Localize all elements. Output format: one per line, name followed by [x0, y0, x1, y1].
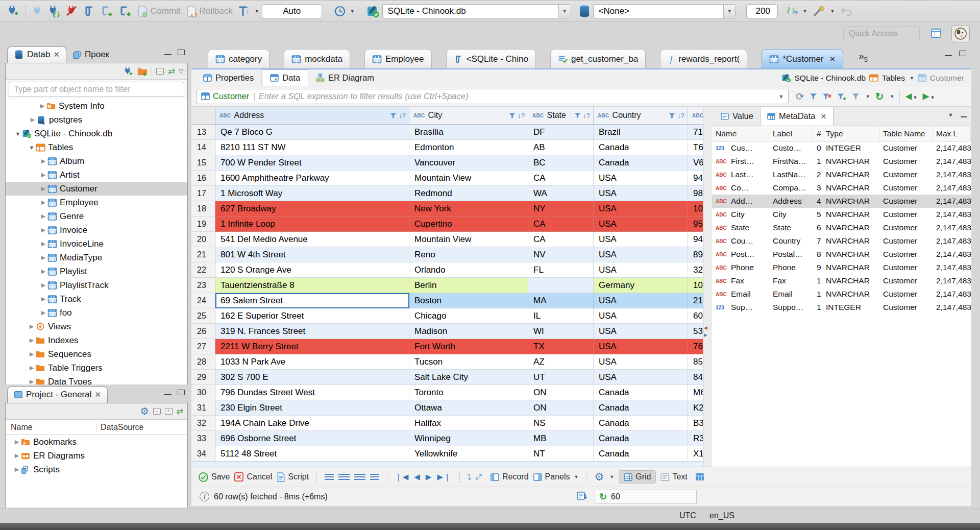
metadata-cell-label[interactable]: Suppo…	[769, 301, 813, 314]
dropdown-caret[interactable]: ▼	[890, 94, 894, 99]
expand-arrow-icon[interactable]: ▶	[13, 439, 21, 445]
row-number[interactable]: 14	[191, 140, 215, 155]
metadata-cell-num[interactable]: 1	[813, 301, 822, 314]
expand-arrow-icon[interactable]: ▶	[39, 240, 47, 247]
tab-databases[interactable]: Datab ✕	[7, 46, 66, 63]
grid-cell-country[interactable]: Canada	[594, 385, 688, 400]
tree-item-track[interactable]: ▶Track	[6, 292, 187, 306]
tree-item-postgres[interactable]: ▶postgres	[6, 113, 187, 127]
metadata-cell-label[interactable]: FirstNa…	[769, 155, 813, 168]
metadata-cell-label[interactable]: Phone	[769, 261, 813, 274]
tab-value[interactable]: Value	[714, 107, 760, 126]
grid-cell-state[interactable]: WA	[528, 186, 594, 201]
metadata-cell-type[interactable]: NVARCHAR	[822, 261, 879, 274]
grid-cell-city[interactable]: Fort Worth	[409, 339, 528, 354]
row-number[interactable]: 33	[191, 431, 215, 446]
grid-cell-state[interactable]: UT	[528, 370, 594, 385]
metadata-cell-table[interactable]: Customer	[879, 248, 933, 261]
metadata-cell-type[interactable]: INTEGER	[822, 301, 879, 314]
panel-menu-icon[interactable]: ▼	[948, 112, 953, 118]
connection-dropdown-icon[interactable]: ▼	[558, 5, 571, 18]
metadata-cell-name[interactable]: ABCFax	[712, 274, 769, 287]
row-number[interactable]: 29	[191, 370, 215, 385]
grid-cell-postal[interactable]: 60	[688, 308, 703, 324]
grid-cell-postal[interactable]: 76	[688, 339, 703, 354]
grid-cell-state[interactable]: AZ	[528, 354, 594, 370]
row-number[interactable]: 30	[191, 385, 215, 400]
grid-cell-state[interactable]	[528, 278, 594, 293]
metadata-cell-type[interactable]: NVARCHAR	[822, 155, 879, 168]
metadata-cell-label[interactable]: Postal…	[769, 248, 813, 261]
record-button[interactable]: Record	[491, 472, 529, 481]
grid-cell-city[interactable]: Toronto	[409, 385, 528, 400]
maximize-editor-icon[interactable]	[959, 51, 966, 56]
metadata-row-custo[interactable]: 123Cus…Custo…0INTEGERCustomer2,147,483,6	[712, 141, 971, 155]
tree-item-sequences[interactable]: ▶Sequences	[6, 347, 187, 361]
transaction-mode-icon[interactable]: ▼	[238, 5, 259, 17]
metadata-cell-num[interactable]: 7	[813, 234, 822, 248]
expand-arrow-icon[interactable]: ▶	[39, 172, 47, 178]
collapse-all-icon[interactable]: –	[156, 68, 164, 75]
metadata-cell-name[interactable]: 123Cus…	[712, 141, 769, 155]
metadata-row-address[interactable]: ABCAdd…Address4NVARCHARCustomer2,147,483…	[712, 195, 971, 208]
metadata-row-email[interactable]: ABCEmailEmail1NVARCHARCustomer2,147,483,…	[712, 287, 971, 301]
filter-edit-icon[interactable]	[837, 92, 847, 100]
tab-projects[interactable]: Проек	[66, 47, 115, 63]
metadata-header-name[interactable]: Name	[712, 126, 769, 141]
collapse-arrow-icon[interactable]: ▼	[14, 131, 22, 137]
locale-indicator[interactable]: en_US	[709, 511, 734, 520]
row-number[interactable]: 20	[191, 232, 215, 247]
column-header-datasource[interactable]: DataSource	[96, 423, 187, 432]
grid-cell-address[interactable]: 541 Del Medio Avenue	[215, 232, 409, 247]
metadata-cell-label[interactable]: Email	[769, 287, 813, 301]
grid-cell-state[interactable]: DF	[528, 125, 594, 140]
grid-cell-address[interactable]: 1 Infinite Loop	[215, 216, 409, 232]
grid-cell-address[interactable]: 302 S 700 E	[215, 370, 409, 385]
metadata-cell-num[interactable]: 9	[813, 261, 822, 274]
refresh-filter-icon[interactable]: ⟳	[796, 90, 804, 103]
tab-metadata[interactable]: MetaData ✕	[760, 107, 834, 126]
close-tab-icon[interactable]: ✕	[821, 112, 827, 121]
editor-tab-get-customer-ba[interactable]: get_customer_ba	[550, 49, 646, 68]
grid-cell-city[interactable]: Madison	[409, 324, 528, 339]
tree-item-system-info[interactable]: ▶iSystem Info	[6, 99, 187, 113]
row-number[interactable]: 23	[191, 278, 215, 293]
next-page-icon[interactable]: ▶▼	[922, 91, 935, 102]
grid-cell-address[interactable]: 1600 Amphitheatre Parkway	[215, 171, 409, 186]
sql-filter-input[interactable]	[259, 91, 777, 101]
column-header-name[interactable]: Name	[6, 423, 96, 432]
row-number[interactable]: 22	[191, 262, 215, 278]
tree-item-invoiceline[interactable]: ▶InvoiceLine	[6, 237, 187, 251]
metadata-cell-max[interactable]: 2,147,483,6	[933, 234, 971, 248]
grid-cell-country[interactable]: USA	[594, 232, 688, 247]
column-filter-icon[interactable]	[390, 112, 397, 119]
metadata-cell-table[interactable]: Customer	[879, 141, 933, 155]
metadata-cell-type[interactable]: NVARCHAR	[822, 221, 879, 234]
settings-gear-icon[interactable]: ⚙	[140, 405, 149, 417]
row-number[interactable]: 17	[191, 186, 215, 201]
last-row-icon[interactable]: ▶❘	[437, 472, 451, 481]
grid-cell-state[interactable]: WI	[528, 324, 594, 339]
metadata-cell-type[interactable]: NVARCHAR	[822, 248, 879, 261]
grid-cell-postal[interactable]: 10	[688, 201, 703, 216]
object-filter[interactable]	[9, 82, 184, 97]
grid-cell-postal[interactable]: 21	[688, 293, 703, 308]
previous-row-icon[interactable]: ◀	[414, 472, 421, 481]
metadata-cell-table[interactable]: Customer	[879, 301, 933, 314]
grid-cell-country[interactable]: Canada	[594, 446, 688, 462]
sync-icon[interactable]: ▼	[786, 5, 807, 17]
metadata-row-fax[interactable]: ABCFaxFax1NVARCHARCustomer2,147,483,6	[712, 274, 971, 287]
metadata-row-suppo[interactable]: 123Sup…Suppo…1INTEGERCustomer2,147,483,6	[712, 301, 971, 314]
metadata-cell-num[interactable]: 8	[813, 248, 822, 261]
grid-cell-city[interactable]: Winnipeg	[409, 431, 528, 446]
metadata-cell-name[interactable]: ABCPhone	[712, 261, 769, 274]
expand-arrow-icon[interactable]: ▶	[39, 254, 47, 261]
grid-cell-postal[interactable]: 95	[688, 216, 703, 232]
expand-arrow-icon[interactable]: ▶	[39, 282, 47, 288]
metadata-cell-max[interactable]: 2,147,483,6	[933, 261, 971, 274]
column-header-partial[interactable]: ABC	[688, 107, 703, 124]
metadata-cell-max[interactable]: 2,147,483,6	[933, 141, 971, 155]
breadcrumb-connection[interactable]: SQLite - Chinook.db	[795, 74, 866, 83]
metadata-cell-name[interactable]: ABCPost…	[712, 248, 769, 261]
tree-item-views[interactable]: ▶Views	[6, 320, 187, 333]
